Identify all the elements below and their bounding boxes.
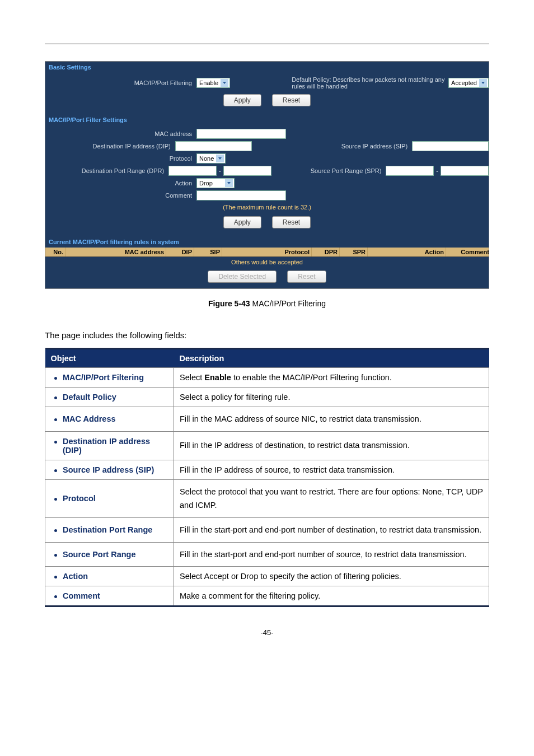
delete-selected-button[interactable]: Delete Selected [208,270,277,283]
intro-text: The page includes the following fields: [45,330,489,340]
bullet-icon [54,418,57,421]
col-protocol: Protocol [222,248,312,256]
col-dip: DIP [166,248,194,256]
page-number: -45- [45,628,489,637]
config-screenshot: Basic Settings MAC/IP/Port Filtering Ena… [45,61,489,289]
description-table: Object Description MAC/IP/Port Filtering… [45,348,489,607]
rules-table-header: No. MAC address DIP SIP Protocol DPR SPR… [45,248,489,256]
object-label: Destination IP address (DIP) [63,437,168,455]
protocol-select[interactable]: None [196,153,226,164]
table-row-description: Select Accept or Drop to specify the act… [174,567,489,586]
object-label: Source IP address (SIP) [63,465,154,474]
default-policy-label: Default Policy: Describes how packets no… [292,76,448,90]
object-label: Protocol [63,494,96,503]
default-policy-value: Accepted [451,80,477,86]
table-row-object: Protocol [45,479,174,517]
table-row-object: Destination Port Range [45,517,174,542]
col-action: Action [368,248,446,256]
filtering-label: MAC/IP/Port Filtering [45,80,196,86]
figure-caption: Figure 5-43 MAC/IP/Port Filtering [45,299,489,308]
table-row-description: Fill in the start-port and end-port numb… [174,542,489,567]
apply-button[interactable]: Apply [223,94,261,106]
dpr-end-input[interactable] [223,166,271,176]
spr-label: Source Port Range (SPR) [271,167,386,174]
reset-button[interactable]: Reset [272,216,311,228]
bullet-icon [54,554,57,557]
object-label: MAC Address [63,414,116,423]
col-dpr: DPR [312,248,340,256]
dpr-label: Destination Port Range (DPR) [45,167,168,174]
table-row-description: Fill in the IP address of source, to res… [174,460,489,479]
object-label: Destination Port Range [63,525,152,534]
table-row-description: Select the protocol that you want to res… [174,479,489,517]
mac-address-label: MAC address [45,130,196,137]
th-object: Object [45,349,174,368]
bullet-icon [54,498,57,501]
protocol-label: Protocol [45,155,196,162]
table-row-description: Fill in the MAC address of source NIC, t… [174,407,489,432]
basic-settings-header: Basic Settings [45,62,489,73]
object-label: Comment [63,591,100,600]
bullet-icon [54,529,57,532]
bullet-icon [54,441,57,444]
max-rule-note: (The maximum rule count is 32.) [45,202,489,213]
sip-input[interactable] [412,141,489,151]
chevron-down-icon [225,179,233,187]
action-value: Drop [199,180,213,186]
bullet-icon [54,576,57,578]
col-spr: SPR [340,248,368,256]
default-policy-select[interactable]: Accepted [448,78,489,88]
filtering-select[interactable]: Enable [196,78,230,88]
range-dash: - [219,167,221,174]
table-row-description: Select Enable to enable the MAC/IP/Port … [174,368,489,388]
object-label: Source Port Range [63,550,136,559]
bullet-icon [54,469,57,472]
dip-input[interactable] [175,141,252,151]
chevron-down-icon [216,155,224,162]
col-sip: SIP [194,248,222,256]
range-dash: - [436,167,438,174]
col-mac: MAC address [65,248,166,256]
object-label: MAC/IP/Port Filtering [63,373,144,382]
table-row-object: Destination IP address (DIP) [45,431,174,460]
current-rules-header: Current MAC/IP/Port filtering rules in s… [45,236,489,248]
chevron-down-icon [479,79,487,87]
others-accepted-row: Others would be accepted [45,256,489,267]
bullet-icon [54,396,57,399]
table-row-object: MAC/IP/Port Filtering [45,368,174,388]
th-description: Description [174,349,489,368]
table-row-object: Action [45,567,174,586]
table-row-object: MAC Address [45,407,174,432]
table-row-description: Make a comment for the filtering policy. [174,586,489,606]
reset-button[interactable]: Reset [287,270,326,283]
comment-input[interactable] [196,190,286,200]
mac-address-input[interactable] [196,129,286,139]
spr-end-input[interactable] [441,166,489,176]
col-comment: Comment [446,248,491,256]
comment-label: Comment [45,192,196,199]
table-row-object: Source Port Range [45,542,174,567]
dip-label: Destination IP address (DIP) [45,143,175,150]
action-label: Action [45,180,196,186]
reset-button[interactable]: Reset [272,94,311,106]
table-row-description: Select a policy for filtering rule. [174,388,489,407]
col-no: No. [45,248,65,256]
dpr-start-input[interactable] [168,166,217,176]
apply-button[interactable]: Apply [223,216,261,228]
bullet-icon [54,595,57,598]
object-label: Default Policy [63,393,116,402]
sip-label: Source IP address (SIP) [252,143,412,150]
table-row-description: Fill in the IP address of destination, t… [174,431,489,460]
spr-start-input[interactable] [386,166,434,176]
object-label: Action [63,572,88,581]
table-row-object: Source IP address (SIP) [45,460,174,479]
filtering-select-value: Enable [199,80,218,86]
figure-number: Figure 5-43 [208,299,250,308]
chevron-down-icon [221,79,228,87]
table-row-description: Fill in the start-port and end-port numb… [174,517,489,542]
figure-text: MAC/IP/Port Filtering [250,299,326,308]
filter-settings-header: MAC/IP/Port Filter Settings [45,114,489,125]
protocol-value: None [199,155,214,162]
action-select[interactable]: Drop [196,178,235,188]
bullet-icon [54,377,57,380]
